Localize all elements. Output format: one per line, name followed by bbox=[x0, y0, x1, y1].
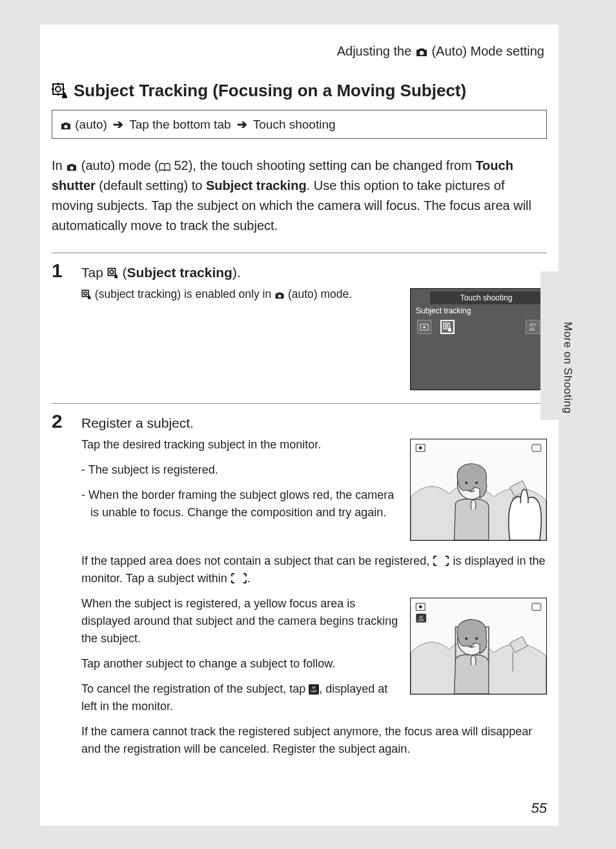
svg-point-8 bbox=[70, 166, 74, 169]
step-title: Tap (Subject tracking). bbox=[81, 265, 241, 280]
illustration-menu: Touch shooting ↶ Subject tracking AF/AE bbox=[410, 288, 547, 390]
submenu-label: Subject tracking bbox=[411, 304, 546, 317]
af-ae-option-icon: AF/AE bbox=[526, 320, 540, 334]
text: Tap the desired tracking subject in the … bbox=[81, 436, 401, 454]
manual-page: Adjusting the (Auto) Mode setting Subjec… bbox=[40, 25, 559, 826]
bold-text: Subject tracking bbox=[206, 178, 307, 193]
text: . bbox=[247, 572, 251, 585]
bold-text: Subject tracking bbox=[127, 265, 232, 280]
text: If the tapped area does not contain a su… bbox=[81, 554, 433, 567]
svg-point-25 bbox=[465, 481, 467, 484]
svg-point-41 bbox=[465, 637, 467, 640]
illustration-register bbox=[410, 439, 547, 541]
svg-rect-1 bbox=[53, 84, 63, 94]
svg-point-42 bbox=[475, 637, 478, 640]
book-icon bbox=[159, 163, 170, 172]
svg-rect-17 bbox=[444, 323, 449, 329]
text: Touch shooting bbox=[460, 293, 513, 302]
text: (Auto) Mode setting bbox=[428, 44, 544, 58]
text: (default setting) to bbox=[96, 178, 206, 193]
text: (auto) bbox=[72, 118, 110, 131]
svg-point-0 bbox=[420, 51, 424, 55]
title-text: Subject Tracking (Focusing on a Moving S… bbox=[74, 81, 466, 101]
svg-text:OFF: OFF bbox=[418, 619, 424, 622]
subject-tracking-icon bbox=[107, 267, 119, 279]
step-body-text: (subject tracking) is enabled only in (a… bbox=[52, 286, 401, 390]
step-number: 2 bbox=[52, 410, 71, 432]
camera-icon bbox=[415, 47, 428, 58]
subject-tracking-icon bbox=[81, 289, 92, 300]
step-title: Register a subject. bbox=[81, 415, 194, 431]
touch-shutter-option-icon bbox=[417, 320, 431, 334]
running-header: Adjusting the (Auto) Mode setting bbox=[52, 44, 547, 59]
focus-brackets-icon bbox=[433, 555, 449, 567]
focus-brackets-icon bbox=[231, 572, 247, 584]
camera-icon bbox=[60, 121, 72, 131]
text: Adjusting the bbox=[337, 44, 415, 58]
arrow-icon: ➔ bbox=[113, 118, 123, 131]
cancel-tracking-icon: AFOFF bbox=[309, 684, 319, 695]
svg-point-14 bbox=[278, 295, 282, 298]
text: To cancel the registration of the subjec… bbox=[81, 682, 309, 695]
svg-point-7 bbox=[64, 125, 67, 128]
intro-paragraph: In (auto) mode ( 52), the touch shooting… bbox=[52, 156, 547, 236]
text: 52), the touch shooting setting can be c… bbox=[170, 158, 476, 173]
bullet-text: - The subject is registered. bbox=[81, 461, 401, 479]
text: (auto) mode ( bbox=[77, 158, 159, 173]
option-row: AF/AE bbox=[411, 317, 546, 337]
text: (subject tracking) is enabled only in bbox=[92, 288, 274, 300]
text: If the camera cannot track the registere… bbox=[81, 723, 547, 758]
svg-point-26 bbox=[475, 481, 478, 484]
text: (auto) mode. bbox=[285, 288, 352, 300]
svg-text:OFF: OFF bbox=[311, 689, 317, 693]
illustration-tracking: AFOFF [ 25] bbox=[410, 598, 547, 695]
arrow-icon: ➔ bbox=[237, 118, 247, 131]
page-number: 55 bbox=[531, 800, 547, 817]
text: ( bbox=[119, 265, 127, 280]
navigation-path-box: (auto) ➔ Tap the bottom tab ➔ Touch shoo… bbox=[52, 110, 547, 139]
svg-point-32 bbox=[419, 605, 422, 609]
text: Touch shooting bbox=[250, 118, 336, 131]
svg-point-2 bbox=[56, 87, 61, 92]
section-title: Subject Tracking (Focusing on a Moving S… bbox=[52, 81, 547, 101]
camera-icon bbox=[66, 163, 77, 172]
text: Tap the bottom tab bbox=[126, 118, 234, 131]
step-1: 1 Tap (Subject tracking). (subject track… bbox=[52, 253, 547, 390]
svg-point-13 bbox=[84, 292, 87, 295]
text: Tap another subject to change a subject … bbox=[81, 655, 401, 673]
text: Tap bbox=[81, 265, 107, 280]
camera-icon bbox=[274, 291, 285, 300]
text: ). bbox=[232, 265, 241, 280]
svg-point-11 bbox=[110, 270, 114, 274]
text: When the subject is registered, a yellow… bbox=[81, 595, 401, 647]
step-number: 1 bbox=[52, 260, 71, 282]
svg-rect-10 bbox=[108, 268, 115, 275]
thumb-tab bbox=[540, 271, 559, 420]
subject-tracking-icon bbox=[52, 83, 68, 100]
svg-point-16 bbox=[423, 326, 426, 329]
svg-point-18 bbox=[446, 325, 448, 328]
step-2: 2 Register a subject. Tap the desired tr… bbox=[52, 403, 547, 758]
svg-rect-12 bbox=[82, 290, 88, 297]
svg-point-21 bbox=[419, 446, 422, 450]
step-continuation: If the tapped area does not contain a su… bbox=[52, 541, 547, 758]
side-tab-label: More on Shooting bbox=[561, 322, 574, 414]
subject-tracking-option-icon bbox=[440, 320, 455, 334]
menu-header: Touch shooting ↶ bbox=[430, 291, 542, 304]
text: In bbox=[52, 158, 66, 173]
step-body-text: Tap the desired tracking subject in the … bbox=[52, 436, 401, 541]
bullet-text: - When the border framing the subject gl… bbox=[81, 487, 401, 521]
